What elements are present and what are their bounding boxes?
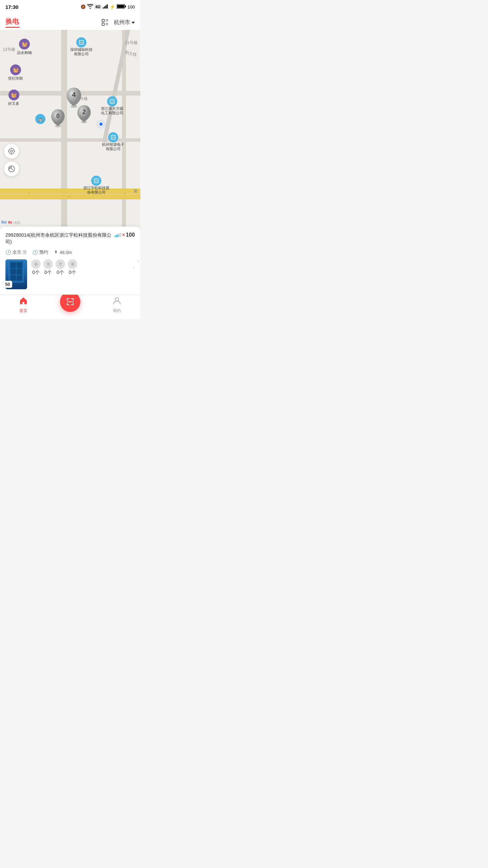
baidu-watermark: Bai du 地图	[1, 220, 20, 225]
poi-pinquan-label: 品全购物	[17, 50, 32, 55]
signal-number: 100	[126, 232, 135, 238]
poi-shiji[interactable]: 🧺 世纪华联	[8, 64, 23, 81]
poi-shenzhen-icon	[76, 37, 86, 47]
distance-info: 46.0m	[54, 250, 72, 255]
poi-bus-icon: 🚌	[35, 114, 45, 124]
poi-zheda-icon	[107, 96, 117, 106]
hours-text: 全天	[13, 249, 21, 255]
hours-info: 🕐 全天 营	[5, 249, 27, 255]
slot-kong-count: 0个	[57, 270, 64, 276]
charging-icon: ⚡	[109, 4, 115, 9]
battery-icon	[117, 4, 126, 10]
svg-text:0: 0	[56, 113, 60, 119]
svg-rect-41	[73, 298, 74, 301]
poi-shenzhen-label: 深圳城铄科技有限公司	[69, 47, 93, 56]
svg-rect-21	[112, 138, 115, 138]
baidu-map-text: 地图	[14, 220, 20, 225]
poi-yusong[interactable]: 浙江宇松科技股份有限公司	[83, 176, 110, 195]
svg-rect-14	[80, 42, 83, 42]
location-icon	[54, 250, 58, 255]
signal-badge: ✕ 100	[115, 232, 135, 238]
poi-haoyouduo[interactable]: 🧺 好又多	[8, 90, 19, 106]
cellular-icon: 4G	[95, 4, 102, 9]
nav-home[interactable]: 首页	[0, 296, 47, 314]
city-selector[interactable]: 杭州市	[114, 19, 135, 26]
svg-rect-10	[102, 23, 104, 25]
svg-rect-11	[106, 23, 108, 24]
slot-kong-icon: 空	[56, 259, 65, 269]
header-underline	[5, 27, 20, 28]
reservation-text: 预约	[39, 249, 48, 255]
header: 换电 杭州市	[0, 12, 140, 30]
svg-rect-43	[67, 302, 67, 305]
history-button[interactable]	[4, 161, 19, 176]
slot-chong: 充 0个	[43, 259, 53, 276]
poi-bus[interactable]: 🚌	[35, 114, 45, 124]
header-title-wrap: 换电	[5, 17, 20, 28]
poi-pinquan-icon: 🧺	[19, 39, 30, 50]
svg-rect-46	[67, 301, 73, 302]
poi-shenzhen[interactable]: 深圳城铄科技有限公司	[69, 37, 93, 56]
svg-rect-9	[106, 21, 108, 21]
svg-rect-6	[117, 5, 124, 8]
poi-zhiyuan-label: 杭州智源电子有限公司	[101, 142, 125, 151]
header-title: 换电	[5, 17, 20, 26]
nav-mine[interactable]: 我的	[94, 296, 140, 314]
signal-x-icon: ✕	[122, 233, 125, 237]
svg-rect-8	[106, 19, 108, 20]
poi-pinquan[interactable]: 🧺 品全购物	[17, 39, 32, 55]
bottom-nav: 首页 我的	[0, 295, 140, 319]
home-icon	[19, 296, 28, 307]
营-icon: 营	[23, 250, 27, 255]
poi-yusong-icon	[91, 176, 101, 186]
chevron-down-icon	[131, 22, 135, 24]
nav-home-label: 首页	[19, 308, 27, 314]
locate-button[interactable]	[4, 144, 19, 159]
svg-rect-24	[95, 181, 98, 181]
svg-rect-23	[95, 180, 98, 180]
status-time: 17:30	[5, 4, 18, 10]
current-location-dot	[98, 121, 104, 127]
station-header: 299280014(杭州市余杭区浙江宇松科技股份有限公司) ✕ 100	[5, 232, 135, 245]
distance-text: 46.0m	[60, 250, 72, 255]
svg-rect-18	[111, 102, 114, 102]
cluster-pin-0[interactable]: 0	[50, 108, 66, 129]
cluster-pin-2[interactable]: 2	[76, 104, 92, 125]
signal-icon	[103, 4, 108, 9]
svg-point-32	[11, 150, 13, 152]
nav-scan[interactable]	[47, 298, 94, 312]
poi-zhiyuan[interactable]: 杭州智源电子有限公司	[101, 132, 125, 151]
slot-chong-count: 0个	[44, 270, 52, 276]
poi-zheda[interactable]: 浙江浙大方圆化工有限公司	[100, 96, 124, 115]
svg-rect-2	[105, 5, 106, 8]
poi-shiji-icon: 🧺	[10, 64, 21, 75]
user-icon	[113, 296, 121, 307]
svg-rect-17	[111, 101, 114, 101]
map-container[interactable]: → ← → 荆大线 3号楼 12号楼 21号楼 永拦 🧺 品全购物 🧺 世纪华联…	[0, 30, 140, 226]
svg-rect-12	[106, 24, 108, 25]
station-card: 299280014(杭州市余杭区浙江宇松科技股份有限公司) ✕ 100 🕐 全天…	[0, 226, 140, 295]
battery-slots: 换 0个 充 0个 空 0个 紧 0个 -	[31, 259, 135, 276]
swipe-indicator: ›	[132, 251, 140, 271]
svg-point-31	[9, 149, 14, 154]
slot-jin-count: 0个	[69, 270, 76, 276]
svg-rect-0	[103, 7, 104, 8]
svg-rect-16	[110, 99, 114, 103]
poi-shiji-label: 世纪华联	[8, 76, 23, 81]
svg-rect-19	[111, 135, 115, 139]
wifi-icon	[87, 4, 93, 10]
slot-kong: 空 0个	[56, 259, 65, 276]
slot-number-badge: 50	[3, 281, 12, 288]
road-label-21hao: 21号楼	[125, 40, 138, 46]
road-yellow-main: → ← →	[0, 189, 140, 199]
list-view-button[interactable]	[100, 18, 110, 27]
station-name: 299280014(杭州市余杭区浙江宇松科技股份有限公司)	[5, 232, 115, 245]
svg-rect-5	[125, 5, 126, 7]
baidu-logo-du: du	[8, 220, 12, 225]
svg-rect-22	[94, 179, 98, 183]
svg-rect-15	[80, 43, 83, 43]
svg-rect-20	[112, 137, 115, 137]
svg-rect-3	[107, 4, 108, 8]
poi-zheda-label: 浙江浙大方圆化工有限公司	[100, 106, 124, 115]
city-name: 杭州市	[114, 19, 130, 26]
